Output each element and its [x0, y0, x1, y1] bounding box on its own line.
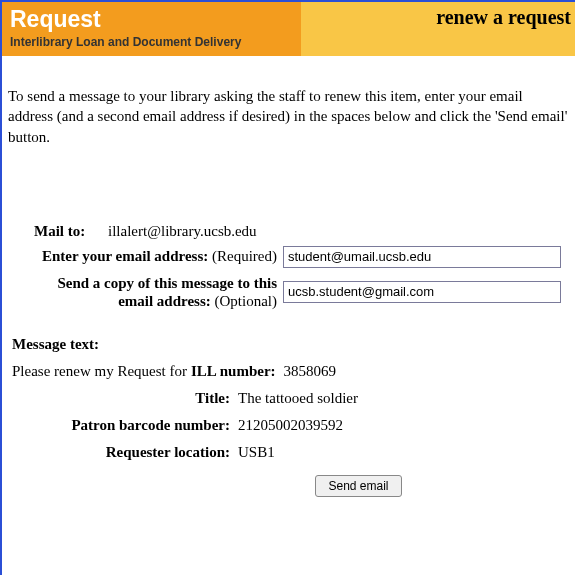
barcode-row: Patron barcode number: 21205002039592	[8, 417, 569, 434]
ill-number-label: ILL number:	[191, 363, 276, 379]
location-row: Requester location: USB1	[8, 444, 569, 461]
barcode-value: 21205002039592	[238, 417, 569, 434]
cc-email-input[interactable]	[283, 281, 561, 303]
email-label: Enter your email address: (Required)	[8, 248, 283, 265]
please-renew-row: Please renew my Request for ILL number: …	[8, 363, 569, 380]
header-left: Request Interlibrary Loan and Document D…	[2, 2, 301, 56]
mailto-row: Mail to: illalert@library.ucsb.edu	[8, 223, 569, 240]
button-row: Send email	[8, 475, 569, 497]
ill-number-value: 3858069	[284, 363, 337, 380]
send-email-button[interactable]: Send email	[315, 475, 401, 497]
mailto-label: Mail to:	[8, 223, 104, 240]
title-row: Title: The tattooed soldier	[8, 390, 569, 407]
title-value: The tattooed soldier	[238, 390, 569, 407]
cc-row: Send a copy of this message to this emai…	[8, 274, 569, 310]
location-value: USB1	[238, 444, 569, 461]
page-action-title: renew a request	[436, 6, 571, 29]
message-block: Message text: Please renew my Request fo…	[8, 336, 569, 497]
page-body: To send a message to your library asking…	[2, 56, 575, 507]
page-header: Request Interlibrary Loan and Document D…	[2, 2, 575, 56]
app-title: Request	[10, 8, 293, 31]
cc-label: Send a copy of this message to this emai…	[8, 274, 283, 310]
location-label: Requester location:	[106, 444, 230, 460]
please-prefix: Please renew my Request for	[12, 363, 187, 380]
email-input[interactable]	[283, 246, 561, 268]
form-area: Mail to: illalert@library.ucsb.edu Enter…	[8, 223, 569, 310]
header-right: renew a request	[301, 2, 575, 56]
app-subtitle: Interlibrary Loan and Document Delivery	[10, 35, 293, 49]
email-row: Enter your email address: (Required)	[8, 246, 569, 268]
renew-request-page: Request Interlibrary Loan and Document D…	[0, 0, 575, 575]
barcode-label: Patron barcode number:	[71, 417, 230, 433]
mailto-value: illalert@library.ucsb.edu	[104, 223, 569, 240]
message-heading: Message text:	[8, 336, 569, 353]
intro-text: To send a message to your library asking…	[8, 86, 569, 147]
title-label: Title:	[195, 390, 230, 406]
